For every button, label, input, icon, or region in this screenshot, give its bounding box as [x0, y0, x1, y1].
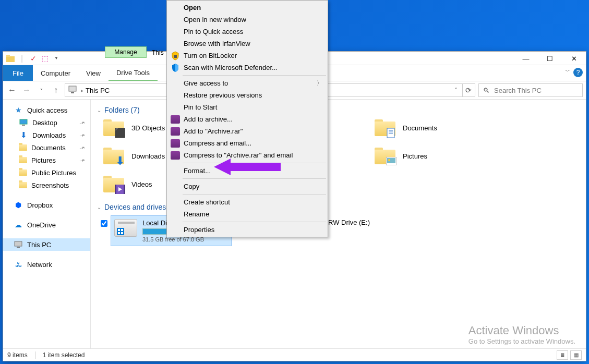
svg-rect-23 — [121, 232, 123, 234]
ctx-separator — [183, 163, 326, 163]
ribbon-contextual-manage[interactable]: Manage — [105, 46, 147, 58]
ctx-open-new-window[interactable]: Open in new window — [168, 14, 327, 26]
icons-view-icon[interactable]: ▦ — [570, 350, 582, 360]
forward-button[interactable]: → — [21, 84, 32, 96]
search-box[interactable]: 🔍︎ Search This PC — [478, 83, 583, 97]
sidebar-downloads[interactable]: ⬇ Downloads 📌︎ — [3, 129, 90, 141]
ctx-add-archive[interactable]: Add to archive... — [168, 113, 327, 125]
ctx-create-shortcut[interactable]: Create shortcut — [168, 196, 327, 208]
ctx-separator — [183, 75, 326, 76]
sidebar-dropbox[interactable]: ⬢ Dropbox — [3, 199, 90, 211]
svg-rect-21 — [121, 229, 123, 231]
ctx-format[interactable]: Format... — [168, 165, 327, 177]
help-icon[interactable]: ? — [573, 68, 583, 77]
qat-check-icon[interactable]: ✓ — [28, 53, 39, 64]
ctx-bitlocker[interactable]: Turn on BitLocker — [168, 50, 327, 62]
ctx-pin-start[interactable]: Pin to Start — [168, 101, 327, 113]
folder-label: 3D Objects — [131, 124, 165, 132]
ctx-open[interactable]: Open — [168, 2, 327, 14]
address-history-icon[interactable]: ˅ — [450, 83, 462, 97]
ctx-add-archive-rar[interactable]: Add to "Archive.rar" — [168, 125, 327, 137]
close-button[interactable]: ✕ — [562, 52, 586, 65]
ctx-pin-quick-access[interactable]: Pin to Quick access — [168, 26, 327, 38]
sidebar-documents[interactable]: Documents 📌︎ — [3, 141, 90, 154]
ribbon-tab-drive-tools[interactable]: Drive Tools — [109, 65, 158, 81]
svg-rect-1 — [6, 55, 10, 57]
up-button[interactable]: ↑ — [50, 84, 62, 96]
ribbon-tab-view[interactable]: View — [78, 65, 109, 81]
ribbon-collapse-icon[interactable]: ﹀ — [565, 68, 570, 75]
navigation-pane: ★ Quick access Desktop 📌︎ ⬇ Downloads 📌︎… — [3, 100, 91, 348]
ctx-label: Open in new window — [184, 16, 246, 23]
pin-icon: 📌︎ — [78, 156, 87, 164]
refresh-icon[interactable]: ⟳ — [462, 83, 475, 97]
qat-square-icon[interactable]: ⬚ — [40, 53, 50, 64]
chevron-down-icon: ⌄ — [97, 204, 101, 210]
folder-icon: ⬛ — [103, 118, 124, 137]
details-view-icon[interactable]: ≣ — [557, 350, 568, 360]
ctx-label: Format... — [184, 167, 211, 175]
sidebar-this-pc[interactable]: This PC — [3, 238, 90, 251]
ctx-defender[interactable]: Scan with Microsoft Defender... — [168, 62, 327, 74]
ctx-label: Restore previous versions — [184, 91, 262, 99]
star-icon: ★ — [14, 105, 23, 115]
chevron-right-icon: 〉 — [317, 79, 322, 87]
this-pc-crumb-icon — [68, 86, 78, 95]
desktop-icon — [19, 118, 28, 127]
sidebar-item-label: This PC — [27, 241, 51, 249]
ctx-compress-email[interactable]: Compress and email... — [168, 137, 327, 149]
network-icon: 🖧︎ — [14, 260, 23, 269]
sidebar-item-label: Dropbox — [27, 201, 53, 209]
sidebar-desktop[interactable]: Desktop 📌︎ — [3, 116, 90, 129]
chevron-right-icon[interactable]: ▸ — [81, 88, 83, 93]
drive-checkbox[interactable] — [101, 220, 107, 227]
recent-locations-icon[interactable]: ˅ — [35, 84, 47, 96]
svg-point-14 — [388, 159, 390, 161]
sidebar-quick-access[interactable]: ★ Quick access — [3, 104, 90, 116]
ctx-restore-versions[interactable]: Restore previous versions — [168, 89, 327, 101]
folder-pictures[interactable]: Pictures — [375, 147, 510, 165]
ctx-label: Compress to "Archive.rar" and email — [184, 151, 293, 159]
search-icon: 🔍︎ — [483, 87, 490, 94]
sidebar-public-pictures[interactable]: Public Pictures — [3, 166, 90, 179]
ctx-label: Turn on BitLocker — [184, 52, 237, 59]
ribbon-tab-computer[interactable]: Computer — [33, 65, 78, 81]
ctx-label: Give access to — [184, 79, 228, 87]
svg-rect-2 — [69, 86, 76, 91]
winrar-icon — [170, 126, 181, 137]
ctx-browse-irfanview[interactable]: Browse with IrfanView — [168, 38, 327, 50]
ctx-label: Copy — [184, 183, 199, 190]
ctx-properties[interactable]: Properties — [168, 224, 327, 236]
svg-rect-0 — [6, 56, 15, 62]
ctx-give-access[interactable]: Give access to〉 — [168, 77, 327, 89]
pin-icon: 📌︎ — [78, 143, 87, 152]
ctx-copy[interactable]: Copy — [168, 180, 327, 192]
sidebar-screenshots[interactable]: Screenshots — [3, 179, 90, 191]
ctx-label: Add to archive... — [184, 115, 233, 123]
ctx-label: Pin to Start — [184, 103, 217, 111]
defender-icon — [170, 63, 181, 73]
breadcrumb-this-pc[interactable]: This PC — [86, 87, 110, 94]
content-pane: ⌄ Folders (7) ⬛ 3D Objects Documents ⬇ D… — [91, 100, 586, 348]
svg-rect-22 — [118, 232, 120, 234]
sidebar-pictures[interactable]: Pictures 📌︎ — [3, 154, 90, 166]
dropbox-icon: ⬢ — [14, 200, 23, 210]
maximize-button[interactable]: ☐ — [538, 52, 562, 65]
sidebar-onedrive[interactable]: ☁ OneDrive — [3, 219, 90, 231]
folder-icon — [19, 169, 27, 176]
watermark-title: Activate Windows — [468, 324, 575, 337]
minimize-button[interactable]: — — [514, 52, 538, 65]
back-button[interactable]: ← — [6, 84, 18, 96]
quick-access-toolbar: | ✓ ⬚ ▼ — [3, 52, 64, 65]
section-title: Folders (7) — [104, 106, 140, 114]
file-tab[interactable]: File — [3, 65, 33, 81]
ctx-label: Scan with Microsoft Defender... — [184, 64, 278, 71]
winrar-icon — [170, 138, 181, 149]
ctx-rename[interactable]: Rename — [168, 208, 327, 220]
documents-icon — [19, 144, 27, 151]
ctx-label: Pin to Quick access — [184, 28, 243, 35]
ctx-compress-rar-email[interactable]: Compress to "Archive.rar" and email — [168, 149, 327, 161]
qat-dropdown-icon[interactable]: ▼ — [51, 53, 62, 64]
folder-documents[interactable]: Documents — [375, 118, 510, 137]
sidebar-network[interactable]: 🖧︎ Network — [3, 258, 90, 271]
